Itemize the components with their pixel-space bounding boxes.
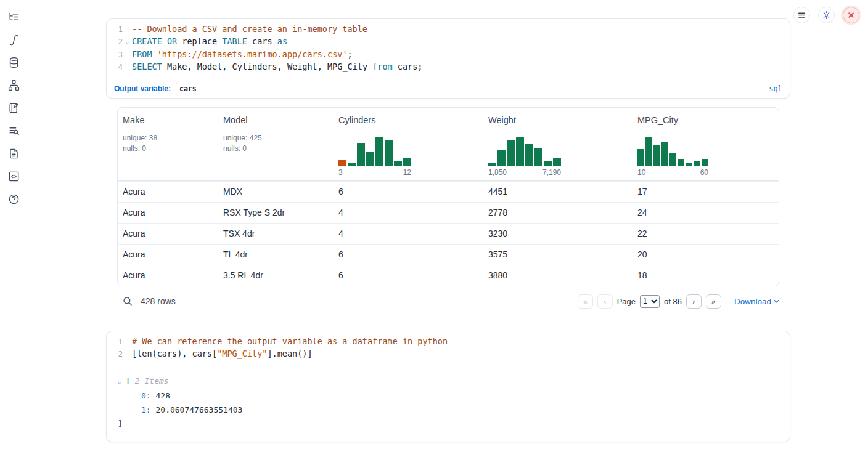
download-link[interactable]: Download [734, 297, 779, 306]
code-text: CREATE OR replace TABLE cars as [132, 36, 287, 49]
table-cell: 18 [633, 265, 779, 286]
output-variable-input[interactable] [176, 83, 226, 94]
output-list-item: 0: 428 [118, 389, 780, 403]
language-badge: sql [769, 84, 782, 93]
logs-icon[interactable] [7, 124, 20, 137]
line-number: 2 [107, 348, 123, 360]
output-key: 0: [141, 391, 151, 400]
fold-toggle-icon[interactable]: ⌄ [123, 36, 132, 49]
table-cell: TSX 4dr [218, 224, 334, 244]
histogram-axis-labels: 1060 [637, 168, 708, 177]
code-line[interactable]: 2⌄CREATE OR replace TABLE cars as [107, 36, 790, 49]
table-cell: RSX Type S 2dr [218, 203, 334, 223]
code-text: FROM 'https://datasets.marimo.app/cars.c… [132, 49, 353, 61]
code-line[interactable]: 1-- Download a CSV and create an in-memo… [107, 23, 790, 36]
code-line[interactable]: 4SELECT Make, Model, Cylinders, Weight, … [107, 61, 790, 73]
output-value: 428 [151, 391, 170, 400]
help-icon[interactable] [7, 192, 20, 206]
histogram-bar [507, 140, 515, 166]
variables-icon[interactable]: ƒ [7, 33, 20, 46]
histogram-axis-labels: 312 [338, 168, 411, 177]
data-table: Makeunique: 38nulls: 0Modelunique: 425nu… [117, 107, 779, 286]
python-cell: 1# We can reference the output variable … [106, 331, 790, 442]
column-stats: unique: 425nulls: 0 [223, 133, 329, 153]
histogram-bar [678, 159, 684, 166]
code-line[interactable]: 3FROM 'https://datasets.marimo.app/cars.… [107, 49, 790, 61]
scratchpad-icon[interactable] [7, 101, 20, 115]
table-row[interactable]: Acura3.5 RL 4dr6388018 [118, 265, 779, 286]
table-cell: 6 [334, 245, 483, 265]
histogram-bar [669, 153, 676, 166]
table-cell: 2778 [483, 203, 633, 223]
row-count: 428 rows [141, 296, 176, 306]
documentation-icon[interactable] [7, 169, 20, 183]
line-number: 1 [107, 23, 123, 36]
output-tree-header: ⌄ [ 2 Items [118, 374, 780, 389]
output-key: 1: [141, 405, 151, 415]
table-footer: 428 rows « ‹ Page 1 of 86 › » Download [117, 293, 779, 310]
last-page-button[interactable]: » [706, 294, 721, 309]
page-total-label: of 86 [664, 297, 682, 306]
column-histogram[interactable]: 1,8507,190 [488, 136, 561, 177]
snippets-icon[interactable] [7, 147, 20, 160]
line-number: 3 [107, 49, 123, 61]
column-header[interactable]: Cylinders312 [334, 108, 483, 180]
hist-min-label: 1,850 [488, 168, 507, 177]
line-number: 1 [107, 336, 123, 348]
histogram-bar [385, 140, 393, 166]
first-page-button[interactable]: « [578, 294, 593, 309]
prev-page-button[interactable]: ‹ [597, 294, 613, 309]
column-header[interactable]: MPG_City1060 [633, 108, 779, 180]
chevron-down-icon [774, 299, 779, 304]
hist-max-label: 12 [403, 168, 411, 177]
column-histogram[interactable]: 1060 [637, 136, 708, 177]
output-tree-entries: 0: 4281: 20.060747663551403 [118, 389, 780, 417]
histogram-bar [375, 137, 383, 166]
code-line[interactable]: 1# We can reference the output variable … [107, 336, 790, 348]
dependency-graph-icon[interactable] [7, 78, 20, 92]
python-code-editor[interactable]: 1# We can reference the output variable … [107, 331, 790, 366]
search-icon[interactable] [122, 296, 133, 307]
table-cell: 6 [334, 265, 483, 286]
column-name: Weight [488, 115, 628, 125]
next-page-button[interactable]: › [686, 294, 702, 309]
sql-cell-footer: Output variable: sql [107, 79, 790, 98]
table-cell: 4 [334, 224, 483, 244]
sql-code-editor[interactable]: 1-- Download a CSV and create an in-memo… [107, 19, 790, 79]
histogram-bar [497, 150, 506, 166]
column-header[interactable]: Modelunique: 425nulls: 0 [218, 108, 334, 180]
table-row[interactable]: AcuraMDX6445117 [118, 181, 779, 202]
histogram-bar [488, 163, 496, 166]
table-cell: 17 [633, 182, 779, 202]
file-tree-icon[interactable] [7, 10, 20, 23]
code-text: -- Download a CSV and create an in-memor… [132, 23, 367, 36]
gear-icon [822, 10, 831, 20]
settings-button[interactable] [818, 7, 835, 23]
hist-max-label: 60 [700, 168, 708, 177]
fold-gutter [123, 336, 132, 348]
histogram-bars [338, 136, 411, 166]
table-row[interactable]: AcuraTL 4dr6357520 [118, 244, 779, 265]
menu-button[interactable] [793, 7, 810, 23]
histogram-bar [525, 144, 533, 166]
datasources-icon[interactable] [7, 55, 20, 69]
column-histogram[interactable]: 312 [338, 136, 411, 177]
table-cell: 6 [334, 182, 483, 202]
code-text: SELECT Make, Model, Cylinders, Weight, M… [132, 61, 422, 73]
pagination: « ‹ Page 1 of 86 › » Download [578, 294, 779, 309]
column-header[interactable]: Weight1,8507,190 [483, 108, 633, 180]
column-stats: unique: 38nulls: 0 [123, 133, 213, 153]
column-header[interactable]: Makeunique: 38nulls: 0 [118, 108, 218, 180]
table-row[interactable]: AcuraTSX 4dr4323022 [118, 223, 779, 244]
close-button[interactable] [843, 7, 859, 23]
collapse-toggle-icon[interactable]: ⌄ [118, 375, 126, 389]
open-bracket: [ [126, 374, 131, 388]
chevron-left-icon: ‹ [604, 297, 607, 306]
table-cell: 3230 [483, 224, 633, 244]
page-select[interactable]: 1 [640, 295, 660, 308]
table-row[interactable]: AcuraRSX Type S 2dr4277824 [118, 202, 779, 223]
line-number: 4 [107, 61, 123, 73]
code-line[interactable]: 2[len(cars), cars["MPG_City"].mean()] [107, 348, 790, 360]
table-cell: 4451 [483, 182, 633, 202]
histogram-bar [338, 160, 346, 166]
